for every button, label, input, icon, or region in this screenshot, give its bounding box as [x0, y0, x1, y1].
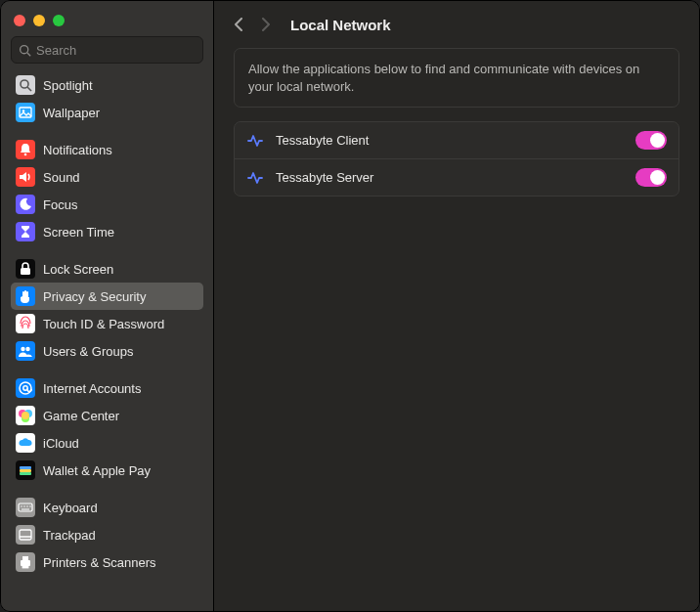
svg-point-9: [24, 153, 27, 156]
at-icon: [16, 378, 35, 398]
back-button[interactable]: [228, 14, 249, 35]
svg-point-27: [22, 412, 29, 419]
sidebar-item-label: iCloud: [43, 436, 79, 451]
sidebar-item-label: Keyboard: [43, 501, 98, 515]
sidebar-list: SpotlightWallpaperNotificationsSoundFocu…: [1, 71, 213, 611]
svg-point-36: [21, 505, 22, 506]
app-row: Tessabyte Server: [235, 158, 678, 196]
sidebar-item-keyboard[interactable]: Keyboard: [11, 494, 203, 521]
close-window-button[interactable]: [14, 15, 25, 26]
svg-rect-31: [20, 469, 31, 472]
app-name: Tessabyte Server: [276, 170, 624, 185]
svg-rect-17: [16, 341, 35, 361]
search-icon: [19, 44, 31, 57]
sidebar-item-printers-scanners[interactable]: Printers & Scanners: [11, 548, 203, 576]
sidebar-item-wallpaper[interactable]: Wallpaper: [11, 99, 203, 126]
app-name: Tessabyte Client: [276, 133, 624, 148]
sidebar-item-spotlight[interactable]: Spotlight: [11, 71, 203, 99]
sidebar-item-label: Internet Accounts: [43, 381, 141, 396]
cloud-icon: [16, 433, 35, 453]
chevron-right-icon: [261, 18, 271, 31]
sidebar-item-focus[interactable]: Focus: [11, 191, 203, 218]
sidebar: Search SpotlightWallpaperNotificationsSo…: [1, 1, 214, 611]
gamecenter-icon: [16, 406, 35, 425]
svg-rect-5: [16, 103, 35, 122]
svg-rect-20: [16, 378, 35, 398]
svg-rect-14: [21, 268, 30, 275]
svg-point-39: [29, 505, 30, 506]
svg-point-18: [21, 347, 24, 351]
sidebar-item-label: Printers & Scanners: [43, 555, 156, 570]
window-controls: [1, 1, 213, 36]
sidebar-item-privacy-security[interactable]: Privacy & Security: [11, 283, 203, 310]
svg-line-1: [27, 52, 30, 55]
svg-rect-40: [16, 525, 35, 545]
apps-list: Tessabyte ClientTessabyte Server: [234, 121, 679, 197]
sidebar-item-label: Lock Screen: [43, 262, 113, 277]
hand-icon: [16, 286, 35, 306]
sidebar-item-game-center[interactable]: Game Center: [11, 402, 203, 429]
wallpaper-icon: [16, 103, 35, 122]
sidebar-item-label: Game Center: [43, 409, 119, 423]
sidebar-item-icloud[interactable]: iCloud: [11, 429, 203, 457]
svg-point-19: [25, 347, 29, 351]
titlebar: Local Network: [214, 1, 699, 48]
chevron-left-icon: [234, 18, 243, 31]
sidebar-item-label: Users & Groups: [43, 344, 133, 359]
svg-rect-45: [22, 556, 28, 560]
sidebar-item-internet-accounts[interactable]: Internet Accounts: [11, 374, 203, 402]
svg-point-0: [21, 45, 28, 53]
sidebar-item-screen-time[interactable]: Screen Time: [11, 218, 203, 245]
svg-point-37: [23, 505, 24, 506]
sidebar-item-label: Sound: [43, 170, 80, 185]
spotlight-icon: [16, 75, 35, 95]
keyboard-icon: [16, 498, 35, 517]
zoom-window-button[interactable]: [53, 15, 65, 26]
sidebar-item-label: Wallet & Apple Pay: [43, 463, 151, 478]
app-activity-icon: [246, 169, 264, 187]
hourglass-icon: [16, 222, 35, 241]
sidebar-item-users-groups[interactable]: Users & Groups: [11, 337, 203, 365]
sidebar-item-label: Touch ID & Password: [43, 317, 164, 331]
sidebar-item-label: Screen Time: [43, 225, 114, 240]
sidebar-item-label: Trackpad: [43, 528, 96, 543]
svg-rect-30: [20, 466, 31, 469]
info-text: Allow the applications below to find and…: [234, 48, 679, 108]
app-row: Tessabyte Client: [235, 122, 678, 158]
settings-window: Search SpotlightWallpaperNotificationsSo…: [0, 0, 700, 612]
app-activity-icon: [246, 132, 264, 150]
moon-icon: [16, 195, 35, 214]
search-input[interactable]: Search: [11, 36, 203, 64]
sidebar-item-wallet-apple-pay[interactable]: Wallet & Apple Pay: [11, 457, 203, 484]
svg-rect-32: [20, 472, 31, 475]
sidebar-item-touch-id-password[interactable]: Touch ID & Password: [11, 310, 203, 337]
trackpad-icon: [16, 525, 35, 545]
permission-toggle[interactable]: [635, 168, 667, 187]
touchid-icon: [16, 314, 35, 333]
wallet-icon: [16, 460, 35, 480]
svg-point-38: [26, 505, 27, 506]
users-icon: [16, 341, 35, 361]
sidebar-item-sound[interactable]: Sound: [11, 163, 203, 191]
sidebar-item-trackpad[interactable]: Trackpad: [11, 521, 203, 548]
sidebar-item-label: Notifications: [43, 143, 112, 157]
forward-button[interactable]: [255, 14, 277, 35]
sidebar-item-label: Focus: [43, 197, 77, 212]
sound-icon: [16, 167, 35, 187]
lock-icon: [16, 259, 35, 279]
svg-rect-46: [22, 564, 28, 568]
sidebar-item-label: Privacy & Security: [43, 289, 146, 304]
page-title: Local Network: [290, 17, 391, 33]
content-pane: Local Network Allow the applications bel…: [214, 1, 699, 611]
sidebar-item-label: Spotlight: [43, 78, 93, 93]
permission-toggle[interactable]: [635, 131, 667, 150]
bell-icon: [16, 140, 35, 159]
svg-rect-12: [16, 222, 35, 241]
svg-rect-2: [16, 75, 35, 95]
minimize-window-button[interactable]: [33, 15, 45, 26]
sidebar-item-notifications[interactable]: Notifications: [11, 136, 203, 163]
sidebar-item-lock-screen[interactable]: Lock Screen: [11, 255, 203, 283]
search-placeholder: Search: [36, 43, 76, 58]
printer-icon: [16, 552, 35, 572]
sidebar-item-label: Wallpaper: [43, 106, 100, 120]
